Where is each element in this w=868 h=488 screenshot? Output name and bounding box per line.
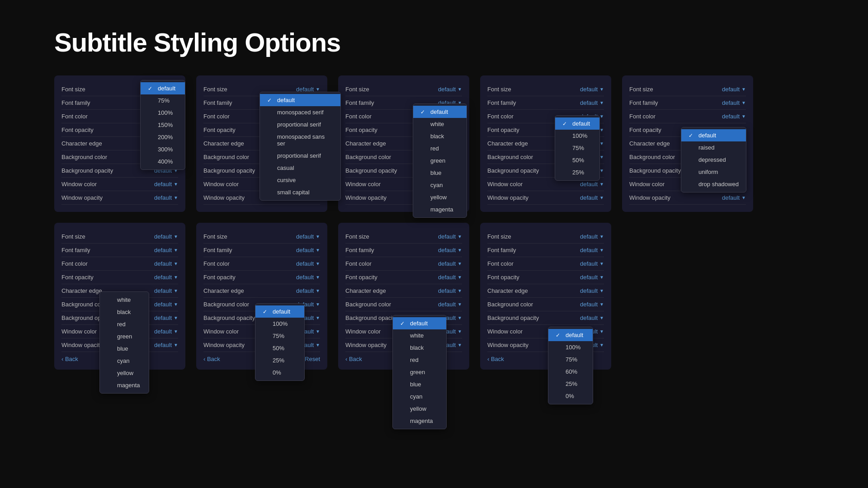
panel-font-opacity: Font sizedefault ▼ Font familydefault ▼ … <box>480 75 611 212</box>
dropdown-item[interactable]: 150% <box>141 119 185 131</box>
row-font-size: Font sizedefault ▼ <box>61 230 178 244</box>
dropdown-item[interactable]: monospaced sans ser <box>260 131 340 150</box>
dropdown-win-opacity: ✓default 100% 75% 60% 25% 0% <box>548 327 593 404</box>
dropdown-item[interactable]: 75% <box>555 142 599 154</box>
dropdown-item[interactable]: cyan <box>393 390 446 403</box>
dropdown-item[interactable]: white <box>100 294 149 306</box>
dropdown-item[interactable]: red <box>413 142 467 155</box>
dropdown-item[interactable]: 75% <box>548 353 593 366</box>
row-font-color: Font colordefault ▼ <box>487 257 604 271</box>
dropdown-item[interactable]: black <box>393 342 446 354</box>
dropdown-item[interactable]: proportional serif <box>260 150 340 162</box>
back-button[interactable]: ‹ Back <box>203 356 220 362</box>
dropdown-item[interactable]: proportional serif <box>260 118 340 131</box>
row-font-family: Font familydefault ▼ <box>487 244 604 257</box>
dropdown-item[interactable]: magenta <box>413 203 467 216</box>
dropdown-item[interactable]: 75% <box>255 330 304 342</box>
dropdown-item[interactable]: white <box>413 118 467 130</box>
row-font-color: Font colordefault ▼ <box>61 257 178 271</box>
dropdown-item[interactable]: cyan <box>100 355 149 367</box>
dropdown-item[interactable]: ✓default <box>141 82 185 94</box>
back-button[interactable]: ‹ Back <box>61 356 78 362</box>
dropdown-item[interactable]: blue <box>393 378 446 390</box>
dropdown-item[interactable]: 25% <box>555 166 599 178</box>
dropdown-item[interactable]: yellow <box>393 403 446 415</box>
row-font-size: Font sizedefault ▼ <box>487 83 604 96</box>
dropdown-item[interactable]: 50% <box>255 342 304 354</box>
dropdown-item[interactable]: cyan <box>413 179 467 191</box>
row-font-family: Font familydefault ▼ <box>487 96 604 110</box>
row-font-color: Font colordefault ▼ <box>203 257 320 271</box>
dropdown-item[interactable]: ✓default <box>413 106 467 118</box>
dropdown-item[interactable]: green <box>413 155 467 167</box>
dropdown-item[interactable]: 0% <box>548 390 593 402</box>
panel-font-color: Font sizedefault ▼ Font familydefault ▼ … <box>338 75 469 212</box>
dropdown-item[interactable]: magenta <box>393 415 446 427</box>
back-button[interactable]: ‹ Back <box>345 356 362 362</box>
dropdown-item[interactable]: raised <box>681 141 746 154</box>
dropdown-item[interactable]: ✓default <box>681 129 746 141</box>
dropdown-item[interactable]: 25% <box>548 378 593 390</box>
dropdown-item[interactable]: black <box>413 130 467 142</box>
dropdown-item[interactable]: 60% <box>548 366 593 378</box>
dropdown-item[interactable]: casual <box>260 162 340 174</box>
dropdown-item[interactable]: monospaced serif <box>260 106 340 118</box>
row-bg-opacity: Background opacitydefault ▼ <box>487 311 604 325</box>
dropdown-item[interactable]: 100% <box>548 341 593 353</box>
dropdown-item[interactable]: drop shadowed <box>681 178 746 190</box>
panel-font-family: Font sizedefault ▼ Font family default ▼… <box>196 75 327 212</box>
row-font-opacity: Font opacitydefault ▼ <box>203 271 320 284</box>
dropdown-item[interactable]: 75% <box>141 94 185 107</box>
dropdown-item[interactable]: white <box>393 329 446 342</box>
panel-bg-opacity: Font sizedefault ▼ Font familydefault ▼ … <box>196 223 327 370</box>
dropdown-item[interactable]: 300% <box>141 143 185 155</box>
reset-button[interactable]: Reset <box>305 356 320 362</box>
dropdown-font-family: ✓default monospaced serif proportional s… <box>259 92 341 201</box>
row-font-family: Font familydefault ▼ <box>629 96 746 110</box>
dropdown-item[interactable]: 200% <box>141 131 185 143</box>
dropdown-item[interactable]: red <box>393 354 446 366</box>
row-win-opacity: Window opacitydefault ▼ <box>487 191 604 205</box>
row-bg-color: Background colordefault ▼ <box>487 298 604 311</box>
dropdown-item[interactable]: 100% <box>555 130 599 142</box>
dropdown-char-edge: ✓default raised depressed uniform drop s… <box>681 127 746 192</box>
row-font-size: Font sizedefault ▼ <box>345 83 462 96</box>
dropdown-item[interactable]: yellow <box>413 191 467 203</box>
dropdown-item[interactable]: ✓default <box>260 94 340 106</box>
dropdown-item[interactable]: 25% <box>255 354 304 366</box>
row-font-size: Font sizedefault ▼ <box>345 230 462 244</box>
dropdown-bg-color: white black red green blue cyan yellow m… <box>99 291 149 394</box>
dropdown-item[interactable]: cursive <box>260 174 340 186</box>
page-title: Subtitle Styling Options <box>0 0 868 75</box>
dropdown-item[interactable]: 50% <box>555 154 599 166</box>
back-button[interactable]: ‹ Back <box>487 356 504 362</box>
row-font-size: Font sizedefault ▼ <box>629 83 746 96</box>
row-char-edge: Character edgedefault ▼ <box>345 284 462 298</box>
dropdown-item[interactable]: uniform <box>681 166 746 178</box>
row-font-size: Font sizedefault ▼ <box>203 230 320 244</box>
dropdown-item[interactable]: yellow <box>100 367 149 379</box>
dropdown-item[interactable]: ✓default <box>255 305 304 318</box>
dropdown-item[interactable]: 0% <box>255 366 304 379</box>
dropdown-item[interactable]: depressed <box>681 154 746 166</box>
dropdown-item[interactable]: ✓default <box>555 117 599 130</box>
dropdown-item[interactable]: small capital <box>260 186 340 198</box>
dropdown-item[interactable]: ✓default <box>393 317 446 329</box>
dropdown-bg-opacity: ✓default 100% 75% 50% 25% 0% <box>255 303 305 381</box>
dropdown-item[interactable]: 100% <box>255 318 304 330</box>
dropdown-item[interactable]: green <box>100 330 149 343</box>
dropdown-item[interactable]: blue <box>413 167 467 179</box>
row-font-color: Font colordefault ▼ <box>629 110 746 123</box>
dropdown-item[interactable]: green <box>393 366 446 378</box>
dropdown-item[interactable]: blue <box>100 343 149 355</box>
dropdown-win-color: ✓default white black red green blue cyan… <box>392 315 447 429</box>
row-font-size: Font sizedefault ▼ <box>487 230 604 244</box>
dropdown-item[interactable]: 100% <box>141 107 185 119</box>
dropdown-item[interactable]: ✓default <box>548 329 593 341</box>
dropdown-item[interactable]: red <box>100 318 149 330</box>
row-win-opacity: Window opacitydefault ▼ <box>61 191 178 205</box>
dropdown-item[interactable]: 400% <box>141 155 185 168</box>
dropdown-item[interactable]: magenta <box>100 379 149 391</box>
dropdown-item[interactable]: black <box>100 306 149 318</box>
row-win-opacity: Window opacitydefault ▼ <box>629 191 746 205</box>
